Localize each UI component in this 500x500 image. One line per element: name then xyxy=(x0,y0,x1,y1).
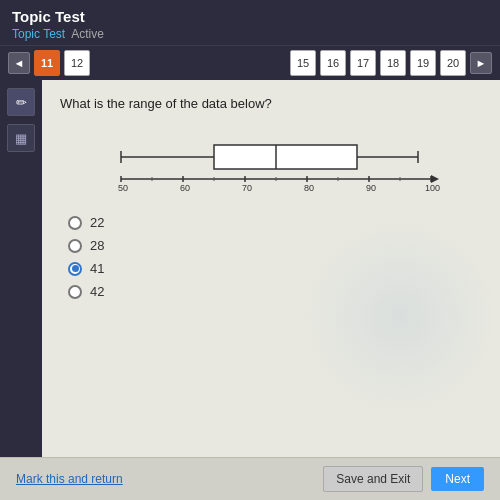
radio-41[interactable] xyxy=(68,262,82,276)
svg-text:70: 70 xyxy=(242,183,252,193)
content-panel: What is the range of the data below? 50 … xyxy=(42,80,500,457)
nav-btn-15[interactable]: 15 xyxy=(290,50,316,76)
option-22[interactable]: 22 xyxy=(68,215,482,230)
option-label-41: 41 xyxy=(90,261,104,276)
svg-text:80: 80 xyxy=(304,183,314,193)
app-title: Topic Test xyxy=(12,8,488,25)
radio-28[interactable] xyxy=(68,239,82,253)
next-button[interactable]: Next xyxy=(431,467,484,491)
prev-arrow[interactable]: ◄ xyxy=(8,52,30,74)
option-41[interactable]: 41 xyxy=(68,261,482,276)
breadcrumb-status: Active xyxy=(71,27,104,41)
option-label-42: 42 xyxy=(90,284,104,299)
svg-text:50: 50 xyxy=(118,183,128,193)
svg-marker-1 xyxy=(431,175,439,183)
breadcrumb-topic-link[interactable]: Topic Test xyxy=(12,27,65,41)
save-exit-button[interactable]: Save and Exit xyxy=(323,466,423,492)
nav-btn-20[interactable]: 20 xyxy=(440,50,466,76)
next-arrow[interactable]: ► xyxy=(470,52,492,74)
bottom-buttons: Save and Exit Next xyxy=(323,466,484,492)
boxplot-svg: 50 60 70 80 90 100 xyxy=(60,127,482,197)
nav-btn-19[interactable]: 19 xyxy=(410,50,436,76)
question-text: What is the range of the data below? xyxy=(60,96,482,111)
svg-text:60: 60 xyxy=(180,183,190,193)
pencil-icon-button[interactable]: ✏ xyxy=(7,88,35,116)
sidebar: ✏ ▦ xyxy=(0,80,42,457)
top-bar: Topic Test Topic Test Active xyxy=(0,0,500,45)
option-28[interactable]: 28 xyxy=(68,238,482,253)
options-list: 22 28 41 42 xyxy=(68,215,482,299)
boxplot-container: 50 60 70 80 90 100 xyxy=(60,127,482,197)
nav-btn-11[interactable]: 11 xyxy=(34,50,60,76)
radio-22[interactable] xyxy=(68,216,82,230)
nav-bar: ◄ 11 12 15 16 17 18 19 20 ► xyxy=(0,45,500,80)
nav-btn-17[interactable]: 17 xyxy=(350,50,376,76)
svg-text:90: 90 xyxy=(366,183,376,193)
nav-btn-16[interactable]: 16 xyxy=(320,50,346,76)
main-area: ✏ ▦ What is the range of the data below?… xyxy=(0,80,500,457)
svg-text:100: 100 xyxy=(425,183,440,193)
option-label-28: 28 xyxy=(90,238,104,253)
breadcrumb: Topic Test Active xyxy=(12,27,488,41)
svg-rect-21 xyxy=(214,145,357,169)
calculator-icon-button[interactable]: ▦ xyxy=(7,124,35,152)
mark-return-link[interactable]: Mark this and return xyxy=(16,472,123,486)
option-42[interactable]: 42 xyxy=(68,284,482,299)
nav-btn-12[interactable]: 12 xyxy=(64,50,90,76)
bottom-bar: Mark this and return Save and Exit Next xyxy=(0,457,500,500)
nav-btn-18[interactable]: 18 xyxy=(380,50,406,76)
option-label-22: 22 xyxy=(90,215,104,230)
radio-42[interactable] xyxy=(68,285,82,299)
